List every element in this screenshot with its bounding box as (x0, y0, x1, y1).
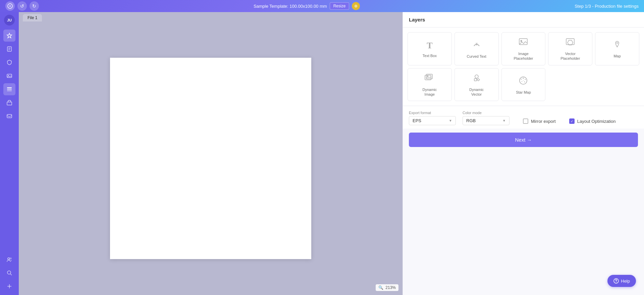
vector-placeholder-label: VectorPlaceholder (560, 51, 580, 61)
svg-rect-28 (474, 79, 477, 81)
star-map-label: Star Map (516, 90, 531, 95)
export-format-value: EPS (413, 118, 421, 123)
sidebar-item-document[interactable] (3, 43, 15, 55)
svg-rect-9 (7, 90, 12, 91)
help-label: Help (621, 279, 630, 284)
text-box-icon: T (427, 41, 432, 51)
app-logo (5, 1, 15, 11)
svg-rect-7 (7, 87, 12, 88)
canvas-tab-file1[interactable]: File 1 (23, 14, 42, 21)
template-title: Sample Template: 100.00x100.00 mm (254, 4, 327, 9)
svg-rect-21 (566, 39, 574, 45)
top-bar-left: ↺ ↻ (5, 1, 39, 11)
svg-rect-10 (7, 102, 12, 105)
map-icon (613, 40, 622, 51)
color-mode-select[interactable]: RGB ▼ (463, 116, 509, 125)
top-bar-center: Sample Template: 100.00x100.00 mm Resize… (254, 2, 360, 10)
color-mode-group: Color mode RGB ▼ (463, 111, 509, 125)
svg-line-15 (10, 274, 12, 275)
svg-point-13 (10, 258, 11, 259)
svg-point-33 (524, 82, 525, 82)
svg-point-31 (523, 78, 524, 79)
redo-button[interactable]: ↻ (30, 1, 39, 11)
map-label: Map (613, 54, 621, 58)
svg-point-12 (8, 258, 10, 260)
right-panel: Layers T Text Box T Curved Text (402, 12, 644, 295)
dynamic-image-icon (425, 74, 435, 85)
user-avatar[interactable]: JU (4, 15, 15, 26)
layers-header: Layers (403, 12, 644, 28)
sidebar-item-launch[interactable] (3, 30, 15, 42)
svg-point-26 (427, 76, 428, 77)
svg-point-35 (523, 80, 524, 81)
image-placeholder-label: ImagePlaceholder (514, 51, 533, 61)
sidebar-item-product[interactable] (3, 56, 15, 68)
sidebar-item-image[interactable] (3, 70, 15, 82)
canvas-area: File 1 🔍 213% (19, 12, 402, 295)
step-label: Step 1/3 - Production file settings (575, 4, 639, 9)
vector-placeholder-icon (566, 38, 575, 49)
zoom-indicator: 🔍 213% (376, 284, 398, 291)
curved-text-label: Curved Text (467, 54, 486, 59)
layer-item-vector-placeholder[interactable]: VectorPlaceholder (548, 32, 592, 65)
dynamic-vector-icon (472, 74, 482, 85)
layer-item-star-map[interactable]: Star Map (501, 68, 546, 101)
layer-items-grid: T Text Box T Curved Text (403, 28, 644, 106)
main-layout: JU (0, 12, 644, 295)
layout-optimization-group: ✓ Layout Optimization (569, 118, 616, 125)
layout-optimization-checkbox[interactable]: ✓ (569, 118, 575, 124)
sidebar-item-add[interactable] (3, 280, 15, 292)
canvas-tab-bar: File 1 (19, 12, 402, 21)
color-mode-value: RGB (466, 118, 476, 123)
layer-item-dynamic-image[interactable]: DynamicImage (408, 68, 452, 101)
svg-text:T: T (475, 42, 478, 46)
mirror-export-checkbox[interactable] (523, 118, 528, 124)
text-box-label: Text Box (423, 53, 437, 58)
svg-point-27 (475, 75, 478, 78)
svg-rect-11 (7, 114, 12, 118)
export-format-group: Export format EPS ▼ (409, 111, 456, 125)
layer-item-dynamic-vector[interactable]: DynamicVector (454, 68, 499, 101)
svg-marker-22 (568, 40, 573, 45)
curved-text-icon: T (472, 40, 481, 51)
svg-point-34 (522, 81, 522, 82)
svg-point-37 (616, 282, 616, 283)
help-button[interactable]: Help (607, 275, 636, 287)
sidebar-item-users[interactable] (3, 253, 15, 265)
cursor-indicator: ⊕ (352, 2, 360, 10)
canvas-wrapper: 🔍 213% (19, 21, 402, 295)
zoom-icon: 🔍 (378, 285, 383, 290)
svg-point-23 (616, 42, 618, 44)
export-format-arrow: ▼ (449, 119, 452, 122)
mirror-export-group: Mirror export (523, 118, 556, 125)
image-placeholder-icon (519, 38, 528, 49)
dynamic-image-label: DynamicImage (423, 87, 437, 97)
sidebar-item-mail[interactable] (3, 110, 15, 122)
layer-item-map[interactable]: Map (595, 32, 639, 65)
svg-rect-8 (7, 89, 12, 90)
sidebar-item-search[interactable] (3, 267, 15, 279)
layer-item-image-placeholder[interactable]: ImagePlaceholder (501, 32, 546, 65)
export-row: Export format EPS ▼ Color mode RGB ▼ Mir… (403, 106, 644, 129)
next-button[interactable]: Next → (409, 133, 638, 147)
top-bar: ↺ ↻ Sample Template: 100.00x100.00 mm Re… (0, 0, 644, 12)
export-format-select[interactable]: EPS ▼ (409, 116, 456, 125)
resize-button[interactable]: Resize (330, 2, 350, 10)
layer-item-text-box[interactable]: T Text Box (408, 32, 452, 65)
left-sidebar: JU (0, 12, 19, 295)
zoom-level: 213% (385, 285, 396, 290)
sidebar-item-layers[interactable] (3, 83, 15, 95)
undo-button[interactable]: ↺ (17, 1, 27, 11)
dynamic-vector-label: DynamicVector (469, 87, 484, 97)
star-map-icon (519, 76, 528, 87)
color-mode-label: Color mode (463, 111, 509, 115)
layout-optimization-label: Layout Optimization (577, 119, 616, 124)
sidebar-item-store[interactable] (3, 97, 15, 109)
mirror-export-label: Mirror export (531, 119, 556, 124)
color-mode-arrow: ▼ (502, 119, 506, 122)
canvas-page (110, 58, 311, 259)
layer-item-curved-text[interactable]: T Curved Text (454, 32, 499, 65)
export-format-label: Export format (409, 111, 456, 115)
svg-point-32 (525, 79, 526, 80)
svg-point-30 (521, 79, 522, 80)
